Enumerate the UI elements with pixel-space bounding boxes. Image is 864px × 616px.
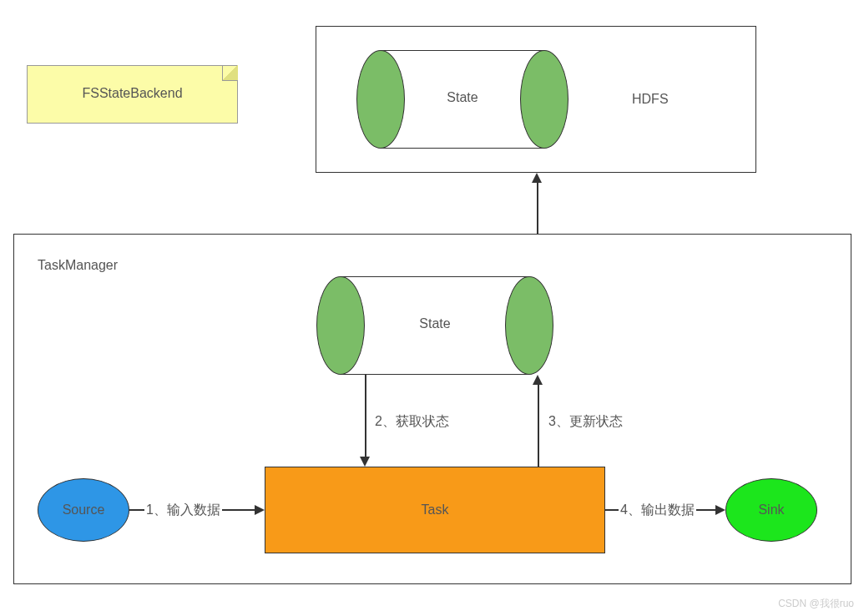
arrow-get-state [365,375,366,458]
arrow-tm-to-hdfs-head [532,173,542,183]
hdfs-box: State HDFS [316,26,756,173]
arrow-update-state [538,383,539,467]
task-node: Task [265,467,605,553]
sink-node: Sink [725,478,817,542]
watermark: CSDN @我很ruo [778,597,854,611]
state-tm-label: State [316,316,553,331]
source-node: Source [38,478,129,542]
taskmanager-title: TaskManager [38,258,118,273]
state-hdfs-label: State [356,90,568,105]
arrow-update-state-head [533,375,543,385]
arrow-output-head [715,505,725,515]
edge-get-state-label: 2、获取状态 [375,413,449,431]
note-fsstatebackend: FSStateBackend [27,65,238,124]
task-label: Task [422,502,449,518]
hdfs-label: HDFS [632,92,669,107]
taskmanager-box: TaskManager State Source Task Sink 1、输入数… [13,234,851,584]
state-hdfs-cylinder: State [356,50,568,149]
source-label: Source [63,502,105,518]
sink-label: Sink [758,502,784,518]
arrow-get-state-head [360,457,370,467]
edge-update-state-label: 3、更新状态 [548,413,623,431]
state-tm-cylinder: State [316,276,553,375]
note-title: FSStateBackend [28,86,237,101]
edge-input-label: 1、输入数据 [144,502,222,519]
arrow-input-head [255,505,265,515]
edge-output-label: 4、输出数据 [619,502,696,519]
